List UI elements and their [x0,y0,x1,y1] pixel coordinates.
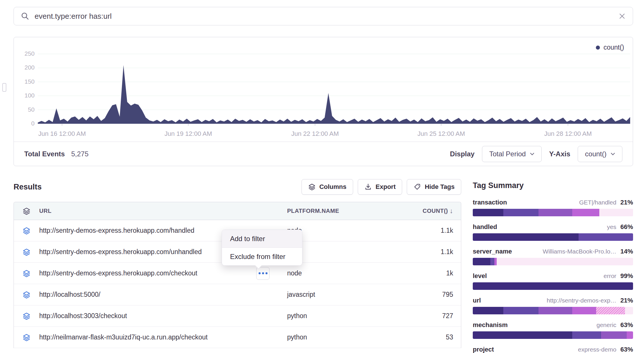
events-area-chart[interactable] [38,44,630,126]
layers-icon[interactable] [14,248,39,256]
menu-item-add-to-filter[interactable]: Add to filter [222,230,302,247]
discover-page: event.type:error has:url count() 0501001… [0,0,644,353]
y-axis-tick: 250 [17,50,35,57]
tag-bar-segment[interactable] [601,331,627,339]
tag-name: mechanism [473,321,508,329]
layers-icon[interactable] [14,269,39,277]
tag-name: handled [473,223,497,231]
tag-top-value: http://sentry-demos-exp… 21% [547,297,633,304]
chevron-down-icon [530,152,534,156]
tag-distribution-bar[interactable] [473,209,633,216]
tag-bar-segment[interactable] [473,282,633,290]
tag-distribution-bar[interactable] [473,233,633,241]
yaxis-select-value: count() [585,150,607,158]
tag-bar-segment[interactable] [473,258,490,265]
tag-name: server_name [473,248,512,255]
count-cell[interactable]: 795 [416,291,461,298]
tag-bar-segment[interactable] [473,331,572,339]
url-cell[interactable]: http://sentry-demos-express.herokuapp.co… [39,269,287,277]
tag-name: project [473,346,494,353]
columns-button[interactable]: Columns [302,179,353,195]
platform-cell[interactable]: javascript [287,291,416,298]
table-row[interactable]: http://localhost:3003/checkoutpython727 [14,305,461,327]
tag-bar-segment[interactable] [494,258,497,265]
chart-footer: Total Events 5,275 Display Total Period … [14,142,633,166]
url-cell[interactable]: http://neilmanvar-flask-m3uuizd7iq-uc.a.… [39,333,287,341]
tag-summary-item: mechanismgeneric 63% [473,321,633,339]
url-cell[interactable]: http://localhost:5000/ [39,291,287,298]
platform-cell[interactable]: python [287,333,416,341]
tag-top-percent: 21% [620,297,633,304]
table-row[interactable]: http://neilmanvar-flask-m3uuizd7iq-uc.a.… [14,327,461,348]
tag-bar-segment[interactable] [473,307,503,314]
tag-top-percent: 99% [620,272,633,279]
tag-distribution-bar[interactable] [473,282,633,290]
column-header-count[interactable]: COUNT() ↓ [416,207,461,215]
tag-summary-item: transactionGET|/handled 21% [473,199,633,216]
results-table: URL PLATFORM.NAME COUNT() ↓ http://sentr… [14,202,461,348]
layers-icon[interactable] [14,333,39,341]
tag-top-percent: 14% [620,248,633,255]
tag-top-value: express-demo 63% [578,346,633,353]
menu-item-exclude-from-filter[interactable]: Exclude from filter [222,248,302,265]
table-row[interactable]: http://localhost:5000/javascript795 [14,284,461,305]
tag-bar-segment[interactable] [473,209,503,216]
layers-icon[interactable] [14,312,39,320]
count-cell[interactable]: 1k [416,269,461,277]
clear-search-icon[interactable] [618,12,626,20]
tag-bar-segment[interactable] [572,307,596,314]
tag-bar-segment[interactable] [625,307,633,314]
search-input[interactable]: event.type:error has:url [35,12,618,21]
tag-distribution-bar[interactable] [473,258,633,265]
count-cell[interactable]: 727 [416,312,461,320]
display-select-value: Total Period [489,150,526,158]
tag-bar-segment[interactable] [473,233,579,241]
tag-bar-segment[interactable] [572,209,600,216]
tag-top-percent: 63% [620,346,633,353]
tag-bar-segment[interactable] [538,307,572,314]
tag-top-value: error 99% [604,272,633,280]
table-row[interactable]: http://sentry-demos-express.herokuapp.co… [14,263,461,284]
tag-distribution-bar[interactable] [473,331,633,339]
sidebar-drag-handle[interactable] [2,83,6,92]
x-axis-tick: Jun 19 12:00 AM [164,130,212,138]
layers-icon[interactable] [14,227,39,235]
tag-name: level [473,272,487,280]
tag-bar-segment[interactable] [599,209,633,216]
results-table-header: URL PLATFORM.NAME COUNT() ↓ [14,202,461,220]
tag-distribution-bar[interactable] [473,307,633,314]
platform-cell[interactable]: node [287,248,416,256]
columns-button-label: Columns [319,183,347,191]
count-cell[interactable]: 1.1k [416,227,461,234]
column-header-url[interactable]: URL [39,208,287,214]
tag-bar-segment[interactable] [490,258,494,265]
layers-icon[interactable] [14,291,39,299]
yaxis-select[interactable]: count() [578,146,622,162]
url-cell[interactable]: http://localhost:3003/checkout [39,312,287,320]
platform-cell[interactable]: node [287,227,416,234]
tag-bar-segment[interactable] [596,307,625,314]
export-button[interactable]: Export [358,179,402,195]
x-axis-tick: Jun 22 12:00 AM [291,130,339,138]
tag-bar-segment[interactable] [572,331,601,339]
tag-bar-segment[interactable] [538,209,572,216]
hide-tags-button[interactable]: Hide Tags [407,179,461,195]
tag-bar-segment[interactable] [497,258,633,265]
tag-top-value: generic 63% [596,321,633,329]
tag-icon [413,183,421,191]
column-header-platform[interactable]: PLATFORM.NAME [287,208,416,214]
tag-summary-item: handledyes 66% [473,223,633,241]
platform-cell[interactable]: python [287,312,416,320]
tag-bar-segment[interactable] [627,331,633,339]
tag-bar-segment[interactable] [503,209,538,216]
tag-summary-item: levelerror 99% [473,272,633,290]
tag-bar-segment[interactable] [503,307,538,314]
tag-bar-segment[interactable] [579,233,633,241]
display-select[interactable]: Total Period [482,146,542,162]
count-cell[interactable]: 1.1k [416,248,461,256]
cell-context-menu: Add to filter Exclude from filter [222,230,302,266]
search-bar[interactable]: event.type:error has:url [14,7,633,25]
platform-cell[interactable]: node [287,269,416,277]
y-axis-tick: 200 [17,64,35,71]
count-cell[interactable]: 53 [416,333,461,341]
